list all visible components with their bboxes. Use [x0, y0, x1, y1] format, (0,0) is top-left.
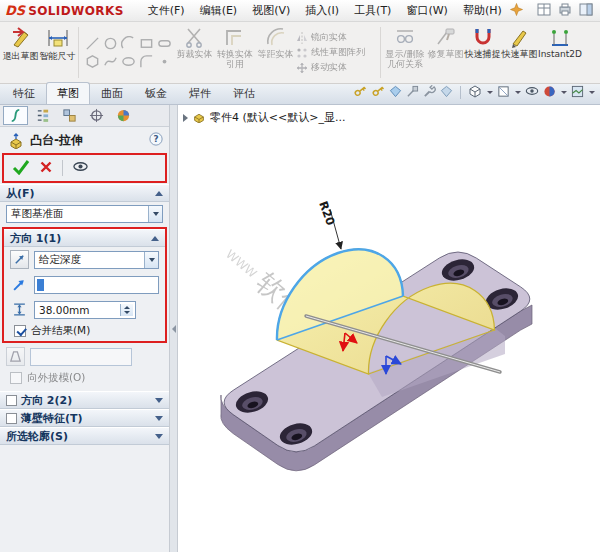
eye-icon[interactable] [525, 84, 539, 101]
menu-file[interactable]: 文件(F) [141, 1, 192, 20]
tab-sheet-metal[interactable]: 钣金 [134, 82, 178, 104]
section-direction1[interactable]: 方向 1(1) [4, 229, 165, 247]
arc-tool-icon[interactable] [121, 36, 136, 51]
polygon-tool-icon[interactable] [85, 54, 100, 69]
menu-help[interactable]: 帮助(H) [456, 1, 509, 20]
part-tree-root[interactable]: 零件4 (默认<<默认>_显... [210, 110, 345, 125]
view-cube-icon[interactable] [468, 84, 482, 101]
drawing-sheet-icon[interactable] [497, 85, 510, 101]
move-entities-button[interactable]: 移动实体 [296, 61, 378, 74]
offset-entities-button[interactable]: 等距实体 [257, 23, 294, 82]
configurationmanager-tab-icon[interactable] [57, 106, 82, 125]
graphics-viewport[interactable]: 零件4 (默认<<默认>_显... 软件自学网 WWW .COM [178, 105, 600, 552]
merge-result-checkbox[interactable] [14, 325, 26, 337]
manager-tabs [0, 105, 169, 127]
display-delete-relations-button[interactable]: 显示/删除几何关系 [383, 23, 427, 82]
command-toolbar: 退出草图 智能尺寸 剪裁实体 转换实体引用 等距实体 镜向实体 [0, 22, 600, 84]
draft-icon[interactable] [6, 347, 25, 366]
resources-star-icon[interactable] [510, 3, 523, 19]
tab-sketch[interactable]: 草图 [46, 82, 90, 104]
flyout-expand-icon[interactable] [183, 114, 188, 122]
wrench-icon[interactable] [423, 85, 436, 101]
tab-evaluate[interactable]: 评估 [222, 82, 266, 104]
tab-weldments[interactable]: 焊件 [178, 82, 222, 104]
menu-edit[interactable]: 编辑(E) [193, 1, 245, 20]
chevron-down-icon [155, 398, 163, 403]
sketch-modify-group: 镜向实体 线性草图阵列 移动实体 [294, 23, 378, 82]
spline-tool-icon[interactable] [103, 54, 118, 69]
direction-reference-row [4, 272, 165, 297]
chevron-down-icon [589, 91, 595, 94]
chevron-down-icon[interactable] [148, 206, 162, 222]
rectangle-tool-icon[interactable] [139, 36, 154, 51]
from-plane-select[interactable]: 草图基准面 [6, 205, 163, 223]
slot-tool-icon[interactable] [157, 36, 172, 51]
direction2-checkbox[interactable] [6, 395, 17, 406]
ok-button[interactable] [12, 159, 30, 178]
point-tool-icon[interactable] [157, 54, 172, 69]
gem-icon[interactable] [389, 85, 402, 101]
appearance-ball-icon[interactable] [543, 85, 556, 101]
direction-arrow-icon [10, 275, 29, 294]
sketch-entities-group [81, 23, 176, 82]
toolbar-separator [78, 27, 79, 78]
featuremanager-tree-tab-icon[interactable] [30, 106, 55, 125]
tab-features[interactable]: 特征 [2, 82, 46, 104]
key-icon[interactable] [371, 84, 385, 101]
trim-entities-button[interactable]: 剪裁实体 [176, 23, 213, 82]
linear-sketch-pattern-button[interactable]: 线性草图阵列 [296, 46, 378, 59]
propertymanager-panel: 凸台-拉伸 ? 从(F) 草图基准面 方向 1(1) [0, 105, 170, 552]
quick-snaps-button[interactable]: 快速捕捉 [464, 23, 501, 82]
draft-outward-checkbox[interactable] [10, 372, 22, 384]
gem-icon[interactable] [440, 85, 453, 101]
printer-icon[interactable] [558, 3, 572, 19]
exit-sketch-button[interactable]: 退出草图 [2, 23, 39, 82]
tab-surfaces[interactable]: 曲面 [90, 82, 134, 104]
pin-icon[interactable] [406, 85, 419, 101]
help-icon[interactable]: ? [149, 132, 163, 149]
propertymanager-tab-icon[interactable] [3, 106, 28, 125]
depth-input[interactable]: 38.00mm [34, 301, 136, 319]
preview-eye-icon[interactable] [72, 159, 89, 177]
menu-window[interactable]: 窗口(W) [399, 1, 454, 20]
end-condition-select[interactable]: 给定深度 [34, 251, 159, 269]
menu-view[interactable]: 视图(V) [245, 1, 297, 20]
panel-splitter[interactable] [170, 105, 178, 552]
key-icon[interactable] [353, 84, 367, 101]
section-thin-feature[interactable]: 薄壁特征(T) [0, 409, 169, 427]
section-from[interactable]: 从(F) [0, 184, 169, 202]
model-canvas[interactable]: 软件自学网 WWW .COM [178, 105, 599, 552]
line-tool-icon[interactable] [85, 36, 100, 51]
repair-sketch-button[interactable]: 修复草图 [427, 23, 464, 82]
section-selected-contours[interactable]: 所选轮廓(S) [0, 427, 169, 445]
quick-sketch-button[interactable]: 快速草图 [501, 23, 538, 82]
menu-tools[interactable]: 工具(T) [347, 1, 398, 20]
chevron-up-icon [151, 236, 159, 241]
scene-icon[interactable] [571, 85, 584, 101]
chevron-down-icon[interactable] [144, 252, 158, 268]
circle-tool-icon[interactable] [103, 36, 118, 51]
dimension-r20[interactable]: R20 [316, 199, 341, 249]
grid-icon[interactable] [537, 3, 551, 19]
draft-angle-input[interactable] [30, 348, 132, 366]
ellipse-tool-icon[interactable] [121, 54, 136, 69]
convert-entities-button[interactable]: 转换实体引用 [213, 23, 257, 82]
thin-feature-checkbox[interactable] [6, 413, 17, 424]
dimxpertmanager-tab-icon[interactable] [84, 106, 109, 125]
section-direction2[interactable]: 方向 2(2) [0, 391, 169, 409]
chevron-down-icon [155, 434, 163, 439]
menu-insert[interactable]: 插入(I) [298, 1, 346, 20]
fillet-tool-icon[interactable] [139, 54, 154, 69]
reverse-direction-button[interactable] [10, 250, 29, 269]
direction-reference-input[interactable] [34, 276, 159, 294]
displaymanager-tab-icon[interactable] [111, 106, 136, 125]
mirror-entities-button[interactable]: 镜向实体 [296, 31, 378, 44]
smart-dimension-button[interactable]: 智能尺寸 [39, 23, 76, 82]
spinner-arrows[interactable] [120, 304, 133, 316]
instant2d-button[interactable]: Instant2D [538, 23, 582, 82]
cancel-button[interactable] [39, 160, 53, 177]
chevron-down-icon [515, 91, 521, 94]
panel-icon[interactable] [579, 3, 593, 19]
flyout-feature-tree[interactable]: 零件4 (默认<<默认>_显... [183, 109, 345, 126]
feature-title-row: 凸台-拉伸 ? [0, 127, 169, 152]
